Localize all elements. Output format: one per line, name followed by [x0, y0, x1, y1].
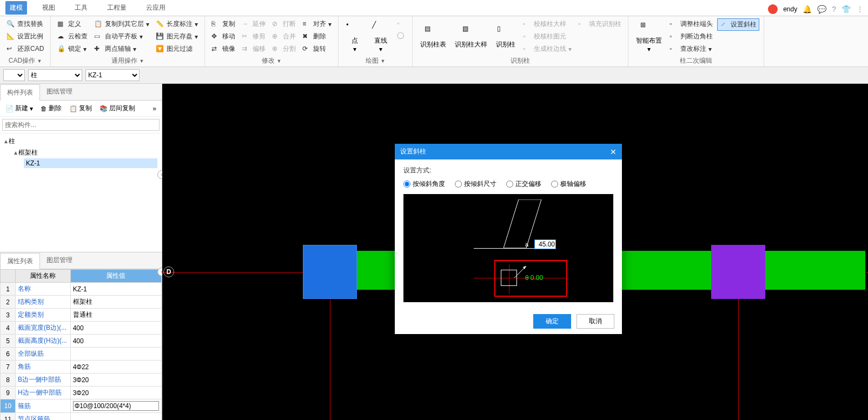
- define-button[interactable]: ▦定义: [55, 18, 90, 30]
- image-save-button[interactable]: 💾图元存盘 ▾: [154, 31, 200, 42]
- set-inclined-button[interactable]: ⟋设置斜柱: [717, 18, 759, 31]
- length-annot-button[interactable]: 📏长度标注 ▾: [154, 18, 200, 30]
- tree-root[interactable]: ▴柱: [4, 136, 157, 147]
- help-icon[interactable]: ?: [832, 5, 836, 14]
- table-row[interactable]: 3定额类别普通柱: [1, 309, 162, 322]
- tab-view[interactable]: 视图: [38, 1, 59, 15]
- del-button[interactable]: 🗑删除: [38, 103, 64, 114]
- chat-icon[interactable]: 💬: [817, 5, 826, 14]
- table-row[interactable]: 10箍筋: [1, 399, 162, 413]
- ok-button[interactable]: 确定: [533, 314, 571, 329]
- recog-big-table-button[interactable]: ▧识别柱大样: [452, 18, 491, 55]
- sel3[interactable]: KZ-1: [85, 69, 140, 81]
- tab-cloud[interactable]: 云应用: [142, 1, 170, 15]
- panel-menu[interactable]: »: [150, 103, 158, 114]
- recog-col-table-button[interactable]: ▤识别柱表: [417, 18, 449, 55]
- smart-layout-button[interactable]: ⊞智能布置▾: [633, 18, 665, 55]
- search-input[interactable]: [2, 119, 160, 131]
- copy-button[interactable]: ⎘复制: [209, 18, 237, 30]
- row-val[interactable]: KZ-1: [70, 283, 161, 296]
- table-row[interactable]: 11节点区箍筋: [1, 413, 162, 421]
- copy-others-button[interactable]: 📋复制到其它层 ▾: [92, 18, 151, 30]
- scale-icon: 📐: [6, 32, 15, 41]
- extend-icon: →: [242, 20, 250, 29]
- tab-tools[interactable]: 工具: [70, 1, 92, 15]
- table-row[interactable]: 8B边一侧中部筋3Φ20: [1, 374, 162, 386]
- ribbon-group-general: ▦定义 ☁云检查 🔒锁定 ▾ 📋复制到其它层 ▾ ▭自动平齐板 ▾ ✚两点辅轴 …: [51, 16, 205, 66]
- recog-col-button[interactable]: ▯识别柱: [493, 18, 519, 55]
- two-point-button[interactable]: ✚两点辅轴 ▾: [92, 43, 151, 55]
- search-icon: 🔍: [6, 20, 15, 29]
- axis-icon: ✚: [94, 45, 103, 54]
- adjust-end-button[interactable]: ▫调整柱端头: [667, 18, 715, 30]
- tab-layers[interactable]: 图层管理: [40, 252, 79, 269]
- new-button[interactable]: 📄新建 ▾: [3, 103, 35, 114]
- align-icon: ≡: [302, 20, 311, 29]
- table-row[interactable]: 5截面高度(H边)(...400: [1, 335, 162, 348]
- shirt-icon[interactable]: 👕: [842, 5, 851, 14]
- delete-icon: ✖: [302, 32, 311, 41]
- set-scale-button[interactable]: 📐设置比例: [4, 31, 46, 42]
- table-row[interactable]: 9H边一侧中部筋3Φ20: [1, 386, 162, 399]
- row-val[interactable]: [70, 348, 161, 361]
- tab-quantity[interactable]: 工程量: [103, 1, 131, 15]
- table-row[interactable]: 7角筋4Φ22: [1, 361, 162, 374]
- row-val[interactable]: 400: [70, 322, 161, 335]
- radio-size[interactable]: 按倾斜尺寸: [455, 179, 496, 189]
- sel1[interactable]: [3, 69, 25, 81]
- table-row[interactable]: 2结构类别框架柱: [1, 296, 162, 309]
- cancel-button[interactable]: 取消: [577, 314, 614, 329]
- point-button[interactable]: •点▾: [343, 18, 367, 55]
- row-val[interactable]: 框架柱: [70, 296, 161, 309]
- judge-corner-button[interactable]: ▫判断边角柱: [667, 31, 715, 42]
- row-val[interactable]: 4Φ22: [70, 361, 161, 374]
- dialog-title-text: 设置斜柱: [400, 147, 426, 156]
- close-icon[interactable]: ✕: [610, 148, 617, 156]
- break-button: ⊘打断: [270, 18, 298, 30]
- menu-icon[interactable]: ⋮: [856, 5, 864, 14]
- align-button[interactable]: ≡对齐 ▾: [300, 18, 334, 30]
- row-idx: 7: [1, 361, 16, 374]
- radio-polar[interactable]: 极轴偏移: [551, 179, 586, 189]
- lock-button[interactable]: 🔒锁定 ▾: [55, 43, 90, 55]
- row-val[interactable]: 普通柱: [70, 309, 161, 322]
- table-row[interactable]: 4截面宽度(B边)(...400: [1, 322, 162, 335]
- row-val[interactable]: [70, 413, 161, 421]
- rotate-button[interactable]: ⟳旋转: [300, 43, 334, 55]
- mirror-button[interactable]: ⇄镜像: [209, 43, 237, 55]
- move-button[interactable]: ✥移动: [209, 31, 237, 42]
- row-val[interactable]: 3Φ20: [70, 386, 161, 399]
- tab-drawings[interactable]: 图纸管理: [40, 84, 79, 100]
- table-icon: ▤: [425, 25, 442, 40]
- tree-leaf-kz1[interactable]: KZ-1: [24, 158, 157, 168]
- tab-components[interactable]: 构件列表: [0, 84, 40, 101]
- bell-icon[interactable]: 🔔: [803, 5, 812, 14]
- mirror-icon: ⇄: [211, 45, 220, 54]
- image-filter-button[interactable]: 🔽图元过滤: [154, 43, 200, 55]
- cloud-check-button[interactable]: ☁云检查: [55, 31, 90, 42]
- row-val[interactable]: 400: [70, 335, 161, 348]
- column-purple[interactable]: [711, 245, 765, 299]
- restore-cad-button[interactable]: ↩还原CAD: [4, 43, 46, 55]
- sel2[interactable]: 柱: [28, 69, 82, 81]
- table-row[interactable]: 6全部纵筋: [1, 348, 162, 361]
- delete-button[interactable]: ✖删除: [300, 31, 334, 42]
- fill-recog-button: ▫填充识别柱: [576, 18, 624, 30]
- tab-modeling[interactable]: 建模: [5, 1, 27, 15]
- angle-input[interactable]: [534, 239, 556, 249]
- tab-props[interactable]: 属性列表: [0, 253, 40, 269]
- copy-comp-button[interactable]: 📋复制: [67, 103, 94, 114]
- sidebar: 构件列表 图纸管理 📄新建 ▾ 🗑删除 📋复制 📚层间复制 » ▴柱 ▴框架柱 …: [0, 84, 162, 420]
- auto-flat-button[interactable]: ▭自动平齐板 ▾: [92, 31, 151, 42]
- tree-child[interactable]: ▴框架柱: [14, 147, 157, 158]
- row-val[interactable]: 3Φ20: [70, 374, 161, 386]
- check-annot-button[interactable]: ▫查改标注 ▾: [667, 43, 715, 55]
- radio-angle[interactable]: 按倾斜角度: [403, 179, 445, 189]
- theta-letter: θ: [525, 274, 529, 282]
- radio-ortho[interactable]: 正交偏移: [506, 179, 541, 189]
- find-replace-button[interactable]: 🔍查找替换: [4, 18, 46, 30]
- layer-copy-button[interactable]: 📚层间复制: [97, 103, 137, 114]
- row-val[interactable]: [70, 399, 161, 413]
- table-row[interactable]: 1名称KZ-1: [1, 283, 162, 296]
- column-blue[interactable]: [303, 245, 357, 299]
